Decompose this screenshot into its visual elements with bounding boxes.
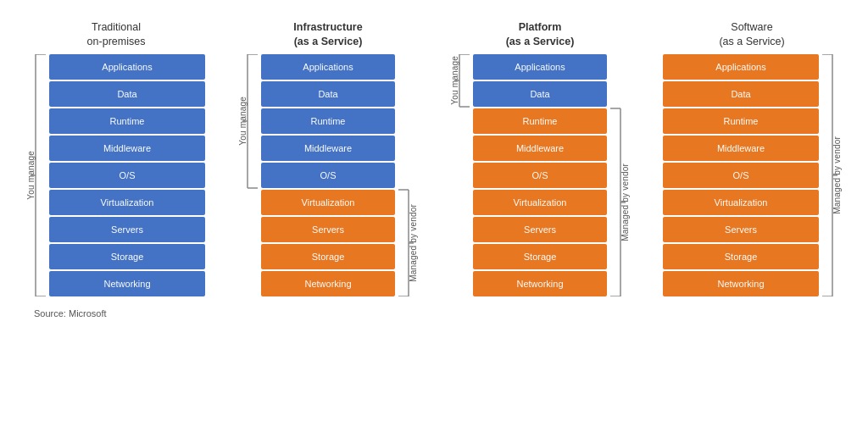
tile-saas-0: Applications (663, 54, 819, 80)
tile-traditional-4: O/S (49, 163, 205, 188)
tile-traditional-0: Applications (49, 54, 205, 80)
tile-iaas-2: Runtime (261, 108, 395, 134)
left-label-paas: You manage (451, 54, 459, 107)
tile-iaas-7: Storage (261, 244, 395, 269)
tile-iaas-4: O/S (261, 163, 395, 188)
tile-paas-0: Applications (473, 54, 607, 80)
tile-iaas-8: Networking (261, 271, 395, 296)
tile-saas-4: O/S (663, 163, 819, 188)
tile-paas-4: O/S (473, 163, 607, 188)
column-body-paas: You manageApplicationsDataRuntimeMiddlew… (451, 54, 629, 300)
column-header-iaas: Infrastructure(as a Service) (293, 15, 362, 49)
tile-saas-8: Networking (663, 271, 819, 296)
column-traditional: Traditionalon-premisesYou manageApplicat… (27, 15, 205, 300)
main-container: Traditionalon-premisesYou manageApplicat… (0, 0, 868, 432)
column-body-traditional: You manageApplicationsDataRuntimeMiddlew… (27, 54, 205, 300)
source-text: Source: Microsoft (34, 308, 107, 318)
tile-traditional-5: Virtualization (49, 190, 205, 215)
left-label-traditional: You manage (27, 54, 35, 296)
tiles-traditional: ApplicationsDataRuntimeMiddlewareO/SVirt… (49, 54, 205, 300)
tile-iaas-1: Data (261, 81, 395, 107)
left-label-iaas: You manage (239, 54, 247, 188)
tile-paas-2: Runtime (473, 108, 607, 134)
tile-traditional-8: Networking (49, 271, 205, 296)
tile-saas-2: Runtime (663, 108, 819, 134)
column-body-iaas: You manageApplicationsDataRuntimeMiddlew… (239, 54, 417, 300)
tile-saas-1: Data (663, 81, 819, 107)
tile-paas-5: Virtualization (473, 190, 607, 215)
tile-paas-8: Networking (473, 271, 607, 296)
tile-traditional-7: Storage (49, 244, 205, 269)
columns-area: Traditionalon-premisesYou manageApplicat… (27, 15, 841, 300)
tile-saas-7: Storage (663, 244, 819, 269)
tile-iaas-6: Servers (261, 217, 395, 242)
tiles-saas: ApplicationsDataRuntimeMiddlewareO/SVirt… (663, 54, 819, 300)
column-paas: Platform(as a Service)You manageApplicat… (451, 15, 629, 300)
tile-paas-7: Storage (473, 244, 607, 269)
tiles-iaas: ApplicationsDataRuntimeMiddlewareO/SVirt… (261, 54, 395, 300)
tile-paas-3: Middleware (473, 136, 607, 161)
column-saas: Software(as a Service)ApplicationsDataRu… (663, 15, 841, 300)
right-label-saas: Managed by vendor (833, 54, 841, 296)
tile-paas-1: Data (473, 81, 607, 107)
column-header-paas: Platform(as a Service) (506, 15, 575, 49)
tile-iaas-5: Virtualization (261, 190, 395, 215)
tile-saas-6: Servers (663, 217, 819, 242)
column-iaas: Infrastructure(as a Service)You manageAp… (239, 15, 417, 300)
right-label-paas: Managed by vendor (621, 108, 629, 296)
column-header-traditional: Traditionalon-premises (87, 15, 146, 49)
column-header-saas: Software(as a Service) (719, 15, 784, 49)
tile-traditional-6: Servers (49, 217, 205, 242)
tiles-paas: ApplicationsDataRuntimeMiddlewareO/SVirt… (473, 54, 607, 300)
tile-saas-3: Middleware (663, 136, 819, 161)
column-body-saas: ApplicationsDataRuntimeMiddlewareO/SVirt… (663, 54, 841, 300)
tile-iaas-3: Middleware (261, 136, 395, 161)
tile-traditional-2: Runtime (49, 108, 205, 134)
tile-traditional-1: Data (49, 81, 205, 107)
tile-saas-5: Virtualization (663, 190, 819, 215)
tile-paas-6: Servers (473, 217, 607, 242)
tile-traditional-3: Middleware (49, 136, 205, 161)
tile-iaas-0: Applications (261, 54, 395, 80)
right-label-iaas: Managed by vendor (409, 190, 417, 296)
